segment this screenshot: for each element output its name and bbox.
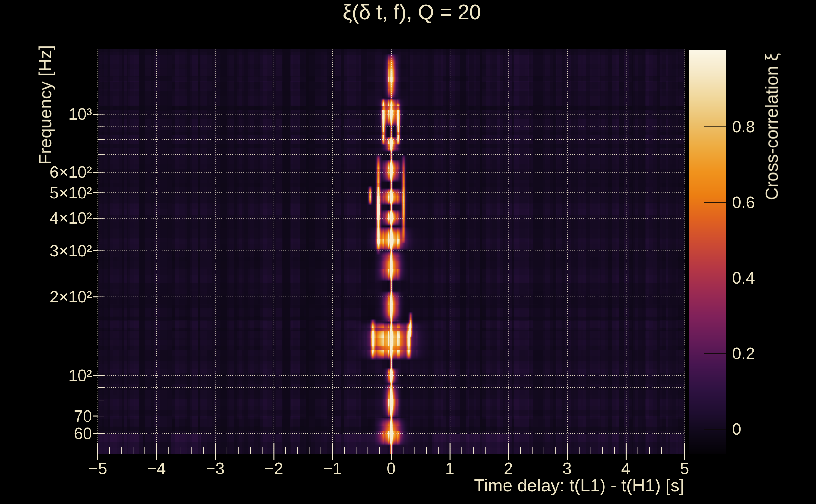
x-tick-label: 5: [659, 459, 710, 478]
x-tick-label: 1: [425, 459, 475, 478]
y-tick-label: 10²: [0, 366, 92, 385]
colorbar-tick-label: 0.4: [732, 268, 795, 288]
y-tick-label: 4×10²: [0, 208, 92, 228]
x-tick-label: −2: [249, 459, 299, 478]
spectrogram-canvas: [0, 0, 816, 504]
y-tick-label: 2×10²: [0, 287, 92, 306]
y-tick-label: 60: [0, 424, 92, 443]
y-tick-label: 70: [0, 406, 92, 426]
y-tick-label: 3×10²: [0, 241, 92, 261]
chart-title: ξ(δ t, f), Q = 20: [98, 0, 726, 26]
x-tick-label: −1: [307, 459, 358, 478]
x-tick-label: −5: [72, 459, 123, 478]
x-tick-label: 0: [366, 459, 417, 478]
x-tick-label: 3: [542, 459, 592, 478]
cross-correlation-spectrogram-figure: ξ(δ t, f), Q = 20 Frequency [Hz] Time de…: [0, 0, 816, 504]
x-tick-label: −4: [131, 459, 181, 478]
colorbar-tick-label: 0.6: [732, 192, 795, 212]
colorbar-tick-label: 0.8: [732, 117, 795, 136]
y-tick-label: 6×10²: [0, 162, 92, 182]
colorbar-tick-label: 0.2: [732, 344, 795, 363]
colorbar-tick-label: 0: [732, 419, 795, 439]
x-tick-label: −3: [190, 459, 240, 478]
x-tick-label: 2: [483, 459, 534, 478]
x-tick-label: 4: [600, 459, 651, 478]
y-tick-label: 10³: [0, 104, 92, 124]
y-tick-label: 5×10²: [0, 183, 92, 203]
